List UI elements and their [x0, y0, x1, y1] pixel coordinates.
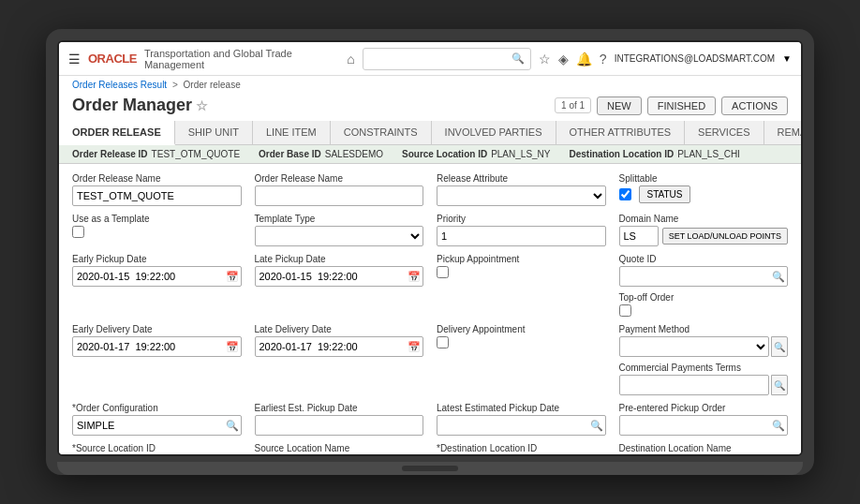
early-pickup-date-input[interactable]: [72, 266, 242, 287]
latest-est-pickup-wrapper: 🔍: [437, 415, 606, 436]
order-release-name-1-label: Order Release Name: [72, 173, 242, 184]
release-attribute-label: Release Attribute: [437, 173, 606, 184]
field-domain-name: Domain Name SET LOAD/UNLOAD POINTS: [619, 214, 789, 246]
earliest-est-pickup-input[interactable]: [255, 415, 424, 436]
latest-est-pickup-label: Latest Estimated Pickup Date: [437, 403, 606, 413]
template-type-select[interactable]: [255, 226, 424, 246]
search-icon-quote[interactable]: 🔍: [772, 271, 785, 283]
status-button[interactable]: STATUS: [639, 185, 691, 203]
actions-button[interactable]: ACTIONS: [721, 96, 788, 115]
order-release-id-value: TEST_OTM_QUOTE: [152, 149, 240, 159]
breadcrumb-separator: >: [172, 80, 178, 90]
pickup-appointment-label: Pickup Appointment: [437, 254, 606, 264]
top-off-order-checkbox[interactable]: [619, 304, 631, 317]
laptop-frame: ☰ ORACLE Transportation and Global Trade…: [46, 29, 814, 475]
tab-ship-unit[interactable]: SHIP UNIT: [175, 121, 253, 144]
favorite-star-icon[interactable]: ☆: [196, 98, 208, 113]
order-release-name-2-input[interactable]: [255, 185, 424, 206]
field-priority: Priority: [437, 214, 606, 246]
search-icon-commercial[interactable]: 🔍: [771, 375, 788, 395]
breadcrumb-link[interactable]: Order Releases Result: [72, 80, 167, 90]
field-order-release-name-2: Order Release Name: [255, 173, 424, 206]
search-input[interactable]: [369, 53, 512, 65]
tab-other-attributes[interactable]: OTHER ATTRIBUTES: [556, 121, 686, 144]
dest-location-name-label: Destination Location Name: [619, 443, 789, 453]
field-delivery-appointment: Delivery Appointment: [437, 324, 606, 395]
commercial-payments-input[interactable]: [619, 375, 770, 395]
new-button[interactable]: NEW: [597, 96, 642, 115]
page-title-group: Order Manager ☆: [72, 96, 208, 115]
main-tabs: ORDER RELEASE SHIP UNIT LINE ITEM CONSTR…: [59, 121, 801, 145]
pickup-appointment-checkbox[interactable]: [437, 266, 449, 278]
late-pickup-date-label: Late Pickup Date: [255, 254, 424, 264]
search-icon-pre-entered[interactable]: 🔍: [772, 420, 785, 432]
bell-nav-icon[interactable]: 🔔: [576, 52, 592, 67]
field-latest-est-pickup: Latest Estimated Pickup Date 🔍: [437, 403, 606, 436]
tab-constraints[interactable]: CONSTRAINTS: [331, 121, 432, 144]
commercial-payments-label: Commercial Payments Terms: [619, 363, 789, 373]
calendar-icon-early-delivery[interactable]: 📅: [226, 341, 239, 353]
late-delivery-date-input[interactable]: [255, 336, 424, 357]
splittable-checkbox[interactable]: [619, 188, 631, 200]
early-delivery-date-input[interactable]: [72, 336, 242, 357]
oracle-logo: ORACLE: [88, 52, 137, 66]
pre-entered-pickup-wrapper: 🔍: [619, 415, 789, 436]
delivery-appointment-label: Delivery Appointment: [437, 324, 606, 334]
release-attribute-select[interactable]: [437, 185, 606, 206]
field-dest-location-name: Destination Location Name: [619, 443, 789, 454]
finished-button[interactable]: FINISHED: [647, 96, 716, 115]
payment-method-select[interactable]: [619, 336, 770, 357]
hamburger-icon[interactable]: ☰: [68, 52, 81, 67]
calendar-icon-early-pickup[interactable]: 📅: [226, 271, 239, 283]
priority-input[interactable]: [437, 226, 606, 246]
order-config-input[interactable]: [72, 415, 242, 436]
tab-line-item[interactable]: LINE ITEM: [253, 121, 331, 144]
use-as-template-checkbox[interactable]: [72, 226, 84, 238]
field-pickup-appointment: Pickup Appointment: [437, 254, 606, 317]
dest-location-label: Destination Location ID: [570, 149, 675, 159]
page-header: Order Manager ☆ 1 of 1 NEW FINISHED ACTI…: [59, 94, 801, 121]
latest-est-pickup-input[interactable]: [437, 415, 606, 436]
payment-method-label: Payment Method: [619, 324, 789, 334]
earliest-est-pickup-label: Earliest Est. Pickup Date: [255, 403, 424, 413]
early-pickup-date-wrapper: 📅: [72, 266, 242, 287]
star-nav-icon[interactable]: ☆: [539, 52, 551, 67]
domain-name-label: Domain Name: [619, 214, 789, 224]
help-nav-icon[interactable]: ?: [600, 52, 607, 67]
domain-name-input[interactable]: [619, 226, 659, 246]
search-bar[interactable]: 🔍: [363, 48, 531, 70]
search-icon-latest-est[interactable]: 🔍: [590, 420, 603, 432]
late-pickup-date-input[interactable]: [255, 266, 424, 287]
tab-services[interactable]: SERVICES: [685, 121, 764, 144]
order-release-name-1-input[interactable]: [72, 185, 242, 206]
source-location-id-label: *Source Location ID: [72, 443, 242, 453]
location-nav-icon[interactable]: ◈: [558, 52, 569, 67]
tab-order-release[interactable]: ORDER RELEASE: [59, 121, 175, 145]
quote-id-input[interactable]: [619, 266, 789, 287]
search-icon-payment[interactable]: 🔍: [771, 336, 788, 357]
set-load-unload-button[interactable]: SET LOAD/UNLOAD POINTS: [662, 228, 788, 245]
user-dropdown-icon[interactable]: ▼: [782, 53, 792, 64]
tab-remarks[interactable]: REMARKS: [764, 121, 803, 144]
order-release-name-2-label: Order Release Name: [255, 173, 424, 184]
order-base-id-value: SALESDEMO: [325, 149, 383, 159]
top-off-order-label: Top-off Order: [619, 292, 789, 303]
source-location-value: PLAN_LS_NY: [491, 149, 550, 159]
home-icon[interactable]: ⌂: [347, 52, 354, 67]
field-source-location-name: Source Location Name: [255, 443, 424, 454]
field-order-config: *Order Configuration 🔍: [72, 403, 242, 436]
delivery-appointment-checkbox[interactable]: [437, 336, 449, 348]
search-icon[interactable]: 🔍: [512, 52, 525, 65]
info-source-location: Source Location ID PLAN_LS_NY: [402, 149, 551, 159]
user-email[interactable]: INTEGRATIONS@LOADSMART.COM: [615, 53, 775, 64]
tab-involved-parties[interactable]: INVOLVED PARTIES: [432, 121, 556, 144]
page-title-text: Order Manager: [72, 96, 192, 115]
form-grid: Order Release Name Order Release Name Re…: [72, 173, 788, 454]
search-icon-order-config[interactable]: 🔍: [226, 420, 239, 432]
pre-entered-pickup-input[interactable]: [619, 415, 789, 436]
calendar-icon-late-delivery[interactable]: 📅: [408, 341, 421, 353]
payment-method-wrapper: 🔍: [619, 336, 789, 357]
breadcrumb-current: Order release: [184, 80, 241, 90]
calendar-icon-late-pickup[interactable]: 📅: [408, 271, 421, 283]
field-dest-location-id: *Destination Location ID 🔍: [437, 443, 606, 454]
